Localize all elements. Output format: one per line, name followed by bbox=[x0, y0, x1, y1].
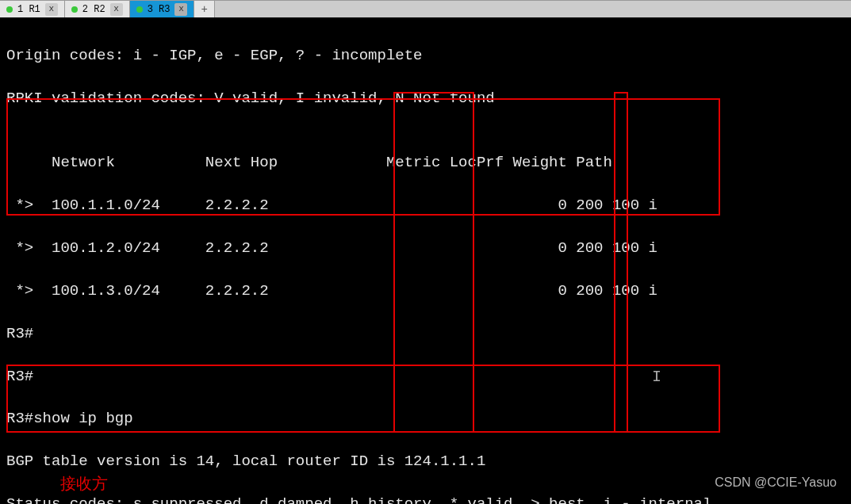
plus-icon: + bbox=[201, 3, 207, 16]
watermark-text: CSDN @CCIE-Yasuo bbox=[715, 475, 837, 490]
tab-r2[interactable]: 2 R2 x bbox=[65, 1, 130, 17]
connected-dot-icon bbox=[71, 6, 78, 13]
add-tab-button[interactable]: + bbox=[194, 1, 214, 17]
prompt-line: R3# bbox=[6, 323, 845, 345]
bgp-route-row: *> 100.1.2.0/24 2.2.2.2 0 200 100 i bbox=[6, 238, 845, 259]
prompt-line: R3# bbox=[6, 366, 845, 388]
close-icon[interactable]: x bbox=[110, 3, 123, 16]
close-icon[interactable]: x bbox=[174, 3, 187, 16]
tab-label: 1 R1 bbox=[17, 4, 40, 15]
annotation-label: 接收方 bbox=[60, 473, 108, 494]
bgp-table-header: Network Next Hop Metric LocPrf Weight Pa… bbox=[6, 152, 845, 174]
command-line: R3#show ip bgp bbox=[6, 408, 845, 430]
tab-r1[interactable]: 1 R1 x bbox=[0, 1, 65, 17]
bgp-route-row: *> 100.1.1.0/24 2.2.2.2 0 200 100 i bbox=[6, 195, 845, 216]
close-icon[interactable]: x bbox=[45, 3, 58, 16]
tab-bar: 1 R1 x 2 R2 x 3 R3 x + bbox=[0, 0, 851, 17]
terminal-line: RPKI validation codes: V valid, I invali… bbox=[6, 88, 845, 109]
terminal-line: BGP table version is 14, local router ID… bbox=[6, 451, 845, 472]
tab-label: 3 R3 bbox=[148, 4, 171, 15]
tab-label: 2 R2 bbox=[82, 4, 105, 15]
bgp-route-row: *> 100.1.3.0/24 2.2.2.2 0 200 100 i bbox=[6, 281, 845, 302]
terminal-line: Status codes: s suppressed, d damped, h … bbox=[6, 494, 845, 504]
connected-dot-icon bbox=[6, 6, 13, 13]
terminal-output[interactable]: Origin codes: i - IGP, e - EGP, ? - inco… bbox=[0, 17, 851, 504]
terminal-line: Origin codes: i - IGP, e - EGP, ? - inco… bbox=[6, 45, 845, 67]
tab-r3[interactable]: 3 R3 x bbox=[130, 1, 195, 17]
connected-dot-icon bbox=[136, 6, 143, 13]
text-cursor-icon: I bbox=[652, 366, 661, 388]
